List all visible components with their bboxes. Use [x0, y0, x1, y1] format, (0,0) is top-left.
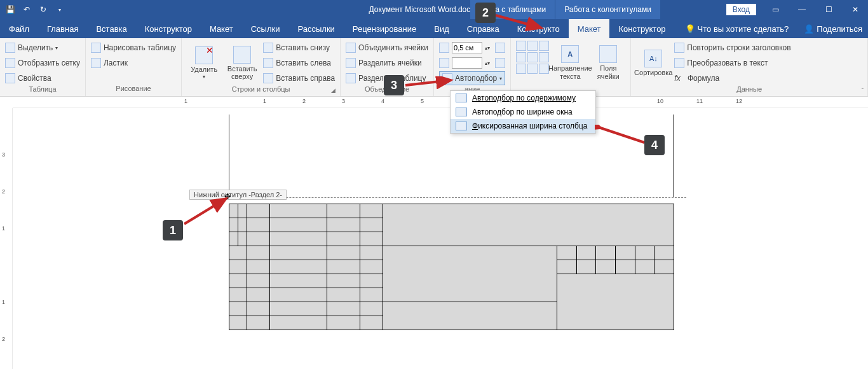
tab-home[interactable]: Главная [38, 19, 87, 38]
tab-table-layout[interactable]: Макет [569, 19, 610, 38]
properties-button[interactable]: Свойства [5, 71, 80, 85]
sort-button[interactable]: A↓ Сортировка [636, 41, 670, 85]
group-table-label: Таблица [5, 85, 80, 95]
row-height-input[interactable] [452, 42, 482, 53]
group-data: A↓ Сортировка Повторить строки заголовко… [631, 38, 868, 96]
insert-right-button[interactable]: Вставить справа [263, 71, 335, 85]
eraser-button[interactable]: Ластик [91, 56, 176, 70]
insert-below-button[interactable]: Вставить снизу [263, 41, 335, 55]
align-bot-left-button[interactable] [516, 64, 526, 74]
text-direction-button[interactable]: A Направление текста [553, 41, 587, 85]
formula-button[interactable]: fx Формула [674, 71, 790, 85]
collapse-ribbon-icon[interactable]: ˆ [862, 88, 864, 95]
align-top-center-button[interactable] [527, 41, 538, 51]
draw-table-button[interactable]: Нарисовать таблицу [91, 41, 176, 55]
align-top-left-button[interactable] [516, 41, 526, 51]
delete-button[interactable]: ✕ Удалить▾ [187, 41, 221, 85]
col-width-field[interactable]: ▴▾ [439, 56, 505, 70]
vertical-ruler[interactable]: 321123 [0, 108, 13, 369]
merge-icon [346, 43, 356, 53]
align-top-right-button[interactable] [539, 41, 549, 51]
insert-above-button[interactable]: Вставить сверху [225, 41, 259, 85]
redo-icon[interactable]: ↻ [38, 4, 48, 15]
maximize-icon[interactable]: ☐ [816, 0, 841, 19]
convert-to-text-button[interactable]: Преобразовать в текст [674, 56, 790, 70]
insert-left-label: Вставить слева [276, 59, 331, 67]
autofit-window-item[interactable]: Автоподбор по ширине окна [451, 105, 595, 119]
merge-label: Объединить ячейки [358, 43, 428, 52]
annotation-marker-4: 4 [644, 135, 665, 155]
view-gridlines-button[interactable]: Отобразить сетку [5, 56, 80, 70]
group-cell-size: ▴▾ ▴▾ Автоподбор▾ ание [434, 38, 511, 96]
close-icon[interactable]: ✕ [843, 0, 868, 19]
gridlines-icon [5, 58, 15, 68]
cursor-icon [5, 43, 15, 53]
tab-file[interactable]: Файл [0, 19, 38, 38]
insert-above-icon [233, 46, 251, 64]
fixed-width-icon [456, 122, 467, 130]
spinner-icon[interactable]: ▴▾ [485, 45, 490, 51]
tab-mailings[interactable]: Рассылки [288, 19, 343, 38]
row-height-field[interactable]: ▴▾ [439, 41, 505, 55]
tab-table-design[interactable]: Конструкто [508, 19, 569, 38]
sort-label: Сортировка [634, 69, 672, 76]
fixed-rest: иксированная ширина столбца [478, 122, 587, 130]
cell-margins-button[interactable]: Поля ячейки [591, 41, 625, 85]
align-mid-left-button[interactable] [516, 52, 526, 62]
autofit-button[interactable]: Автоподбор▾ [439, 71, 505, 85]
autofit-content-label: Автоподбор по содержимому [472, 94, 576, 102]
undo-icon[interactable]: ↶ [22, 4, 32, 15]
footer-table[interactable] [229, 204, 674, 330]
quick-access-toolbar: 💾 ↶ ↻ ▾ [0, 4, 70, 15]
horizontal-ruler[interactable]: 112345678101112 [13, 97, 868, 108]
tab-hf-design[interactable]: Конструктор [609, 19, 674, 38]
tell-me-label: Что вы хотите сделать? [698, 24, 789, 34]
col-width-input[interactable] [452, 57, 482, 69]
tab-design[interactable]: Конструктор [136, 19, 201, 38]
align-bot-center-button[interactable] [527, 64, 538, 74]
footer-section-label: Нижний онтитул -Раздел 2- [189, 190, 287, 200]
tell-me-search[interactable]: 💡Что вы хотите сделать? [685, 22, 789, 36]
autofit-icon [442, 73, 452, 83]
tab-review[interactable]: Рецензирование [344, 19, 425, 38]
share-button[interactable]: 👤Поделиться [804, 22, 862, 36]
align-bot-right-button[interactable] [539, 64, 549, 74]
eraser-icon [91, 58, 101, 68]
tab-insert[interactable]: Вставка [87, 19, 135, 38]
repeat-header-label: Повторить строки заголовков [687, 43, 790, 52]
share-label: Поделиться [817, 24, 862, 34]
tab-references[interactable]: Ссылки [242, 19, 289, 38]
distribute-cols-icon[interactable] [495, 58, 505, 68]
ribbon-tabs: Файл Главная Вставка Конструктор Макет С… [0, 19, 868, 38]
select-button[interactable]: Выделить▾ [5, 41, 80, 55]
insert-left-button[interactable]: Вставить слева [263, 56, 335, 70]
insert-right-icon [263, 73, 273, 83]
distribute-rows-icon[interactable] [495, 43, 505, 53]
rows-cols-dialog-launcher-icon[interactable]: ◢ [331, 87, 339, 95]
merge-cells-button[interactable]: Объединить ячейки [346, 41, 428, 55]
save-icon[interactable]: 💾 [5, 4, 15, 15]
ribbon: Выделить▾ Отобразить сетку Свойства Табл… [0, 38, 868, 97]
chevron-down-icon: ▾ [203, 74, 205, 80]
spinner-icon[interactable]: ▴▾ [485, 60, 490, 66]
ribbon-display-options-icon[interactable]: ▭ [763, 0, 788, 19]
login-button[interactable]: Вход [726, 4, 756, 15]
document-area[interactable]: Нижний онтитул -Раздел 2- ✥ [13, 108, 868, 369]
fixed-column-width-item[interactable]: Фиксированная ширина столбца [451, 119, 595, 133]
align-mid-center-button[interactable] [527, 52, 538, 62]
lightbulb-icon: 💡 [685, 24, 695, 34]
tab-layout[interactable]: Макет [201, 19, 242, 38]
draw-label: Нарисовать таблицу [104, 43, 176, 52]
align-mid-right-button[interactable] [539, 52, 549, 62]
move-cursor-icon[interactable]: ✥ [224, 192, 231, 201]
autofit-content-item[interactable]: Автоподбор по содержимому [451, 91, 595, 105]
convert-icon [674, 58, 684, 68]
split-cells-button[interactable]: Разделить ячейки [346, 56, 428, 70]
group-table: Выделить▾ Отобразить сетку Свойства Табл… [0, 38, 86, 96]
row-height-icon [439, 43, 449, 53]
qat-customize-icon[interactable]: ▾ [55, 4, 65, 15]
repeat-header-button[interactable]: Повторить строки заголовков [674, 41, 790, 55]
tab-view[interactable]: Вид [425, 19, 458, 38]
minimize-icon[interactable]: — [789, 0, 815, 19]
chevron-down-icon: ▾ [499, 76, 502, 81]
